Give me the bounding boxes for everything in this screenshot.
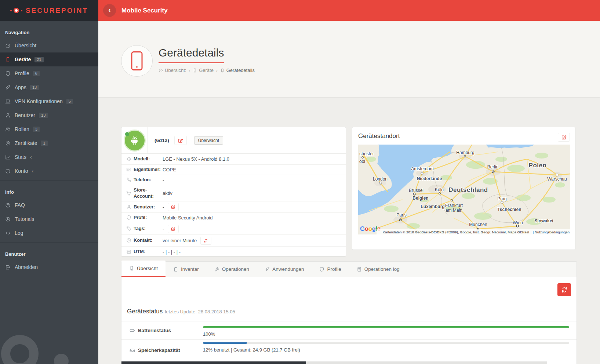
device-row-store-account: Store-Account: aktiv	[121, 185, 346, 201]
users-icon	[5, 127, 11, 132]
brand-logo[interactable]: SECUREPOINT	[0, 0, 98, 21]
refresh-status-button[interactable]	[557, 283, 571, 296]
storage-progress-fill	[203, 342, 247, 344]
nav-section-benutzer: Benutzer Abmelden	[0, 242, 98, 276]
map-city-label: Frankfurt	[445, 203, 463, 208]
sidebar-item-konto[interactable]: Konto ‹	[0, 164, 98, 178]
sidebar-item-rollen[interactable]: Rollen 3	[0, 122, 98, 136]
map-country-label: Slowakei	[534, 219, 553, 223]
sidebar-item-log[interactable]: Log	[0, 226, 98, 240]
map-city-label: Brüssel	[409, 188, 423, 193]
sidebar-item-benutzer[interactable]: Benutzer 13	[0, 108, 98, 122]
wrench-icon	[214, 267, 219, 272]
watermark-logo-ring	[1, 335, 39, 364]
map-city-label: London	[373, 177, 388, 181]
tab-operationen-log[interactable]: Operationen log	[349, 262, 407, 277]
monitored-badge[interactable]: Überwacht	[194, 136, 223, 145]
edit-icon	[561, 135, 567, 140]
device-tags: -	[163, 226, 164, 232]
map-attribution: Kartendaten © 2018 GeoBasis-DE/BKG (©200…	[377, 229, 570, 234]
edit-location-button[interactable]	[558, 133, 570, 142]
count-badge: 13	[30, 85, 39, 90]
count-badge: 5	[66, 99, 73, 104]
sidebar-item-faq[interactable]: FAQ	[0, 198, 98, 212]
sidebar-item-zertifikate[interactable]: Zertifikate 1	[0, 136, 98, 150]
edit-icon	[171, 205, 175, 209]
rocket-icon	[5, 85, 11, 90]
device-id: (6d12)	[154, 138, 169, 143]
sidebar-item-geraete[interactable]: Geräte 21	[0, 52, 98, 66]
breadcrumb-item[interactable]: Übersicht:	[165, 68, 186, 73]
map-city-label: Amsterdam	[411, 167, 433, 171]
edit-device-name-button[interactable]	[174, 136, 187, 145]
user-icon	[126, 204, 131, 210]
device-status-title: Gerätestatusletztes Update: 28.08.2018 1…	[127, 308, 235, 315]
device-row-tags: Tags: -	[121, 223, 346, 235]
tab-inventar[interactable]: Inventar	[166, 262, 207, 277]
tab-uebersicht[interactable]: Übersicht	[121, 261, 166, 277]
logout-icon	[5, 265, 11, 270]
device-utm: - | - | - | -	[163, 249, 181, 255]
map-city-label: Wien	[513, 221, 523, 225]
breadcrumb-item[interactable]: Geräte	[199, 68, 214, 73]
back-button[interactable]: ‹	[103, 4, 116, 17]
phone-handset-icon	[126, 177, 131, 182]
battery-progress-track	[203, 326, 569, 328]
battery-progress-fill	[203, 326, 569, 328]
tab-anwendungen[interactable]: Anwendungen	[257, 262, 312, 277]
refresh-contact-button[interactable]	[200, 237, 211, 245]
battery-status-row: Batteriestatus 100%	[121, 321, 577, 340]
device-phone: -	[163, 177, 164, 183]
map-country-label: Tschechien	[497, 207, 521, 212]
google-map[interactable]: chester ool London Amsterdam Hamburg Ber…	[358, 145, 570, 234]
sidebar-item-uebersicht[interactable]: Übersicht	[0, 39, 98, 52]
sidebar-item-apps[interactable]: Apps 13	[0, 80, 98, 94]
map-country-label: Polen	[529, 162, 547, 168]
sidebar-item-profile[interactable]: Profile 6	[0, 66, 98, 80]
nav-section-title: Info	[0, 184, 98, 198]
drive-icon	[130, 347, 135, 353]
refresh-icon	[204, 239, 208, 243]
map-city-label: München	[469, 222, 487, 227]
phone-icon	[129, 266, 134, 271]
edit-user-button[interactable]	[168, 203, 179, 211]
code-icon	[5, 230, 11, 236]
map-city-label: am Main	[446, 208, 462, 212]
android-icon	[129, 135, 140, 146]
play-icon	[5, 216, 11, 222]
sidebar: SECUREPOINT Navigation Übersicht Geräte …	[0, 0, 98, 364]
device-location-card: Gerätestandort	[352, 127, 575, 250]
dashboard-icon	[5, 43, 11, 48]
sidebar-item-stats[interactable]: Stats ‹	[0, 150, 98, 164]
online-status-dot	[125, 132, 129, 136]
map-city-label: ool	[359, 159, 365, 164]
breadcrumb: Übersicht: › Geräte › Gerätedetails	[159, 68, 255, 73]
map-country-label: Niederlande	[417, 176, 442, 181]
tab-operationen[interactable]: Operationen	[207, 262, 257, 277]
map-card-title: Gerätestandort	[358, 132, 400, 140]
nav-section-title: Benutzer	[0, 246, 98, 260]
chip-icon	[126, 156, 131, 161]
tab-profile[interactable]: Profile	[312, 262, 349, 277]
count-badge: 1	[41, 141, 47, 146]
map-city-label: Prag	[497, 197, 506, 201]
device-user: -	[163, 204, 164, 210]
sidebar-item-vpn[interactable]: VPN Konfigurationen 5	[0, 94, 98, 108]
sidebar-item-abmelden[interactable]: Abmelden	[0, 260, 98, 274]
phone-icon	[193, 68, 197, 73]
nav-section-title: Navigation	[0, 25, 98, 39]
device-info-card: (6d12) Überwacht Modell: LGE - Nexus 5X …	[121, 127, 346, 256]
sidebar-item-tutorials[interactable]: Tutorials	[0, 212, 98, 226]
edit-tags-button[interactable]	[168, 225, 179, 233]
watermark-logo-dot	[54, 354, 69, 364]
logo-dot-right	[21, 10, 22, 11]
edit-icon	[178, 138, 183, 143]
server-icon	[126, 249, 131, 254]
dashboard-icon	[159, 68, 163, 73]
rocket-icon	[265, 267, 270, 272]
map-terms-link[interactable]: | Nutzungsbedingungen	[533, 230, 570, 234]
shield-icon	[126, 215, 131, 220]
logo-ring-icon	[14, 8, 19, 13]
device-row-modell: Modell: LGE - Nexus 5X - Android 8.1.0	[121, 154, 346, 165]
shield-icon	[319, 267, 324, 272]
